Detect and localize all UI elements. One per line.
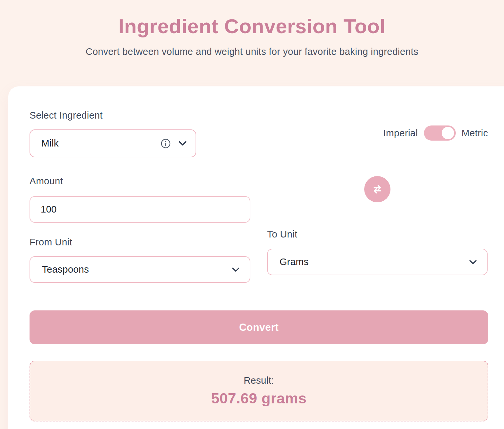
chevron-down-icon [469, 260, 477, 265]
info-circle-icon[interactable] [160, 138, 171, 149]
converter-card: Select Ingredient Milk Imperial Metric A… [8, 86, 504, 429]
amount-input[interactable] [30, 196, 250, 223]
page-subtitle: Convert between volume and weight units … [0, 46, 504, 57]
unit-system-toggle: Imperial Metric [383, 125, 488, 141]
swap-units-button[interactable] [364, 176, 390, 202]
convert-button[interactable]: Convert [30, 310, 488, 344]
amount-label: Amount [30, 176, 63, 187]
chevron-down-icon [232, 267, 240, 272]
toggle-label-metric: Metric [462, 128, 488, 139]
from-unit-label: From Unit [30, 237, 72, 248]
result-box: Result: 507.69 grams [30, 361, 488, 421]
to-unit-value: Grams [280, 257, 469, 267]
to-unit-label: To Unit [267, 229, 297, 240]
page-title: Ingredient Conversion Tool [0, 14, 504, 38]
result-label: Result: [244, 375, 274, 386]
toggle-knob [442, 127, 454, 139]
result-value: 507.69 grams [211, 390, 306, 407]
ingredient-value: Milk [41, 138, 160, 149]
to-unit-select[interactable]: Grams [267, 249, 488, 275]
ingredient-select[interactable]: Milk [30, 129, 196, 157]
ingredient-label: Select Ingredient [30, 110, 103, 121]
swap-arrows-icon [370, 182, 384, 196]
toggle-label-imperial: Imperial [383, 128, 418, 139]
unit-toggle-switch[interactable] [424, 125, 456, 141]
from-unit-value: Teaspoons [42, 264, 232, 275]
chevron-down-icon [178, 141, 187, 146]
page-header: Ingredient Conversion Tool Convert betwe… [0, 0, 504, 57]
from-unit-select[interactable]: Teaspoons [30, 256, 250, 283]
